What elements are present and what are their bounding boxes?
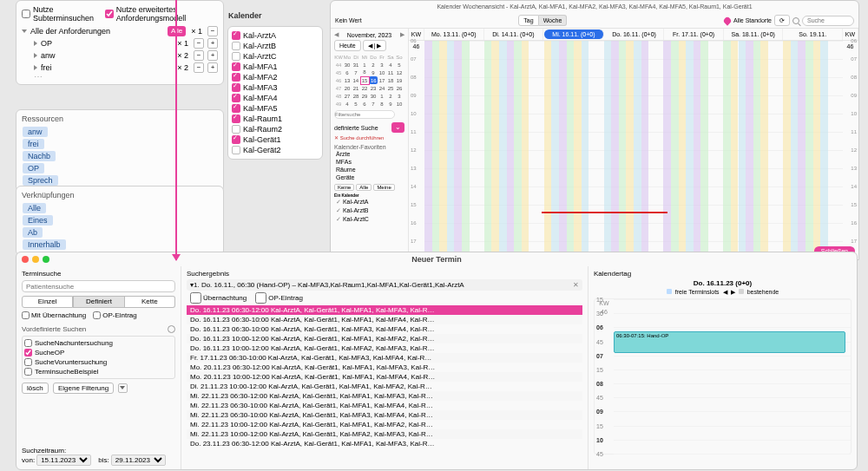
link-chip[interactable]: Alle: [23, 203, 46, 213]
result-row[interactable]: Mi. 22.11.23 10:00-12:00 Kal-ArztA, Kal-…: [187, 429, 582, 439]
chevron-right-icon[interactable]: [34, 65, 37, 70]
calendar-name[interactable]: Kal-MFA5: [243, 104, 278, 113]
result-row[interactable]: Do. 16.11.23 10:00-12:00 Kal-ArztA, Kal-…: [187, 343, 582, 353]
calendar-checkbox[interactable]: [232, 73, 240, 82]
calendar-checkbox[interactable]: [232, 114, 240, 123]
favorite-item[interactable]: MFAs: [334, 158, 404, 166]
resource-chip[interactable]: OP: [23, 163, 44, 173]
nav-buttons[interactable]: ◀ | ▶: [363, 40, 387, 51]
to-date[interactable]: 29.11.2023: [111, 455, 166, 466]
calendar-checkbox[interactable]: [232, 31, 240, 40]
result-row[interactable]: Mi. 22.11.23 06:30-12:00 Kal-ArztA, Kal-…: [187, 391, 582, 401]
chevron-right-icon[interactable]: [34, 53, 37, 58]
next-day-button[interactable]: ▶: [731, 289, 735, 296]
segment-option[interactable]: Definiert: [73, 296, 124, 308]
predef-check[interactable]: [24, 349, 32, 357]
result-row[interactable]: Mi. 22.11.23 06:30-10:00 Kal-ArztA, Kal-…: [187, 410, 582, 420]
result-row[interactable]: Mi. 22.11.23 10:00-12:00 Kal-ArztA, Kal-…: [187, 420, 582, 429]
op-entry-check-2[interactable]: OP-Eintrag: [255, 292, 303, 304]
req-item[interactable]: OP: [41, 39, 172, 48]
calendar-name[interactable]: Kal-ArztC: [243, 52, 277, 61]
result-row[interactable]: Do. 16.11.23 06:30-12:00 Kal-ArztA, Kal-…: [187, 305, 582, 315]
calendar-name[interactable]: Kal-MFA4: [243, 94, 278, 102]
predef-name[interactable]: SucheNachuntersuchung: [35, 339, 113, 347]
all-button[interactable]: Alle: [356, 184, 372, 191]
favorite-item[interactable]: Ärzte: [334, 150, 404, 158]
resource-chip[interactable]: frei: [23, 139, 44, 149]
close-icon[interactable]: ✕: [573, 281, 579, 289]
prev-day-button[interactable]: ◀: [723, 289, 727, 296]
plus-button[interactable]: +: [207, 62, 218, 73]
plus-button[interactable]: +: [207, 38, 218, 49]
minus-button[interactable]: −: [194, 38, 204, 49]
collapse-icon[interactable]: [22, 29, 27, 33]
mine-button[interactable]: Meine: [373, 184, 394, 191]
calendar-name[interactable]: Kal-Raum1: [243, 114, 282, 123]
day-grid[interactable]: KW 46 15300645071508450915104506:30-07:1…: [594, 298, 852, 455]
calendar-checkbox[interactable]: [232, 135, 240, 144]
calendar-name[interactable]: Kal-ArztA: [243, 31, 276, 40]
view-segment[interactable]: Tag Woche: [518, 15, 567, 26]
day-header[interactable]: So. 19.11.: [783, 29, 843, 40]
minus-button[interactable]: −: [194, 50, 204, 61]
extended-model-check[interactable]: Nutze erweitertes Anforderungsmodell: [105, 5, 218, 23]
calendar-name[interactable]: Kal-MFA2: [243, 73, 278, 82]
day-header[interactable]: Do. 16.11. (0+0): [605, 29, 665, 40]
overnight-check-2[interactable]: Übernachtung: [190, 292, 247, 304]
segment-option[interactable]: Einzel: [22, 296, 73, 308]
result-group-header[interactable]: ▾ 1. Do. 16.11., 06:30 (Hand-OP) – Kal-M…: [187, 279, 582, 291]
search-input[interactable]: [802, 16, 854, 26]
filter-icon[interactable]: [118, 383, 128, 393]
calendar-checkbox[interactable]: [232, 104, 240, 113]
minus-button[interactable]: −: [207, 26, 218, 36]
calendar-checkbox[interactable]: [232, 52, 240, 61]
favorite-item[interactable]: Geräte: [334, 173, 404, 181]
calendar-item[interactable]: Kal-ArztA: [334, 198, 404, 206]
calendar-checkbox[interactable]: [232, 83, 240, 92]
calendar-item[interactable]: Kal-ArztC: [334, 215, 404, 224]
calendar-name[interactable]: Kal-MFA3: [243, 83, 278, 92]
day-header[interactable]: Mo. 13.11. (0+0): [424, 29, 484, 40]
calendar-checkbox[interactable]: [232, 146, 240, 154]
run-search-link[interactable]: Suche durchführen: [340, 135, 385, 141]
result-row[interactable]: Mo. 20.11.23 06:30-12:00 Kal-ArztA, Kal-…: [187, 363, 582, 372]
result-row[interactable]: Do. 16.11.23 06:30-10:00 Kal-ArztA, Kal-…: [187, 315, 582, 324]
predef-name[interactable]: SucheOP: [35, 349, 64, 357]
link-chip[interactable]: Ab: [23, 227, 43, 238]
today-button[interactable]: Heute: [334, 40, 361, 51]
calendar-name[interactable]: Kal-Gerät2: [243, 146, 281, 154]
calendar-item[interactable]: Kal-ArztB: [334, 206, 404, 215]
appointment-block[interactable]: 06:30-07:15: Hand-OP: [614, 331, 845, 353]
search-type-segment[interactable]: EinzelDefiniertKette: [22, 296, 175, 308]
resource-chip[interactable]: Nachb: [23, 151, 56, 161]
own-filter-button[interactable]: Eigene Filterung: [53, 383, 114, 394]
favorite-item[interactable]: Räume: [334, 166, 404, 173]
predef-name[interactable]: SucheVoruntersuchung: [35, 358, 107, 366]
minus-button[interactable]: −: [194, 62, 204, 73]
month-label[interactable]: November, 2023: [341, 32, 398, 38]
window-controls[interactable]: [22, 256, 49, 263]
result-row[interactable]: Fr. 17.11.23 06:30-10:00 Kal-ArztA, Kal-…: [187, 353, 582, 363]
predef-name[interactable]: TerminsucheBeispiel: [35, 368, 98, 376]
day-header[interactable]: Di. 14.11. (0+0): [484, 29, 544, 40]
overnight-check[interactable]: Mit Übernachtung: [22, 311, 86, 319]
refresh-button[interactable]: ⟳: [774, 15, 790, 26]
day-header[interactable]: Sa. 18.11. (0+0): [724, 29, 784, 40]
result-row[interactable]: Di. 21.11.23 10:00-12:00 Kal-ArztA, Kal-…: [187, 382, 582, 391]
week-grid[interactable]: KW 46 Mo. 13.11. (0+0)Di. 14.11. (0+0)Mi…: [409, 29, 858, 259]
day-header[interactable]: Fr. 17.11. (0+0): [664, 29, 724, 40]
link-chip[interactable]: Innerhalb: [23, 239, 66, 250]
req-item[interactable]: anw: [41, 51, 172, 60]
link-chip[interactable]: Eines: [23, 215, 53, 226]
result-row[interactable]: Mo. 20.11.23 10:00-12:00 Kal-ArztA, Kal-…: [187, 372, 582, 382]
day-header[interactable]: Mi. 16.11. (0+0): [544, 29, 604, 39]
sub-search-check[interactable]: Nutze Subterminsuchen: [22, 5, 96, 23]
calendar-name[interactable]: Kal-Gerät1: [243, 135, 281, 144]
predef-check[interactable]: [24, 339, 32, 347]
result-row[interactable]: Mi. 22.11.23 06:30-10:00 Kal-ArztA, Kal-…: [187, 401, 582, 410]
result-row[interactable]: Do. 16.11.23 06:30-10:00 Kal-ArztA, Kal-…: [187, 324, 582, 334]
location-select[interactable]: Alle Standorte: [733, 17, 772, 23]
filter-input[interactable]: [334, 110, 395, 119]
from-date[interactable]: 15.11.2023: [36, 455, 91, 466]
predef-check[interactable]: [24, 358, 32, 366]
